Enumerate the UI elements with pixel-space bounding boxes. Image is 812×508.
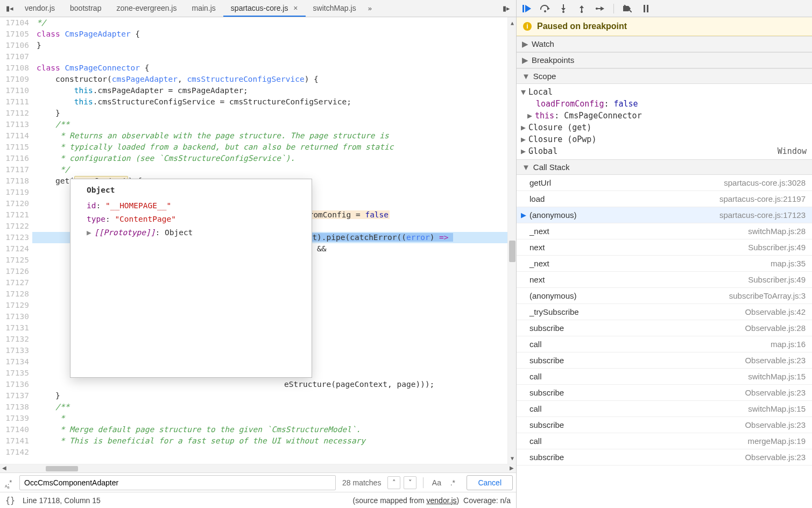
line-number[interactable]: 17138 [0,401,29,413]
line-number[interactable]: 17131 [0,322,29,334]
step-out-icon[interactable] [577,4,587,13]
callstack-row[interactable]: loadspartacus-core.js:21197 [517,191,812,207]
callstack-row[interactable]: subscribeObservable.js:23 [517,352,812,369]
line-number[interactable]: 17119 [0,187,29,198]
callstack-row[interactable]: (anonymous)subscribeToArray.js:3 [517,288,812,304]
line-number[interactable]: 17139 [0,413,29,424]
callstack-row[interactable]: nextSubscriber.js:49 [517,272,812,288]
cancel-button[interactable]: Cancel [467,475,513,490]
line-number[interactable]: 17128 [0,288,29,300]
vertical-scrollbar[interactable]: ▲ ▼ [507,17,516,464]
step-icon[interactable] [595,4,605,13]
line-number[interactable]: 17104 [0,17,29,29]
line-number[interactable]: 17118 [0,175,29,187]
line-number[interactable]: 17110 [0,85,29,96]
close-icon[interactable]: × [293,4,298,12]
section-breakpoints[interactable]: ▶Breakpoints [517,52,812,68]
tab-vendor[interactable]: vendor.js [17,1,62,17]
line-number[interactable]: 17141 [0,435,29,447]
scope-closure[interactable]: ▶Closure (oPwp) [517,133,812,145]
line-number[interactable]: 17136 [0,379,29,390]
scroll-right-icon[interactable]: ▶ [507,465,516,471]
tabs-overflow-icon[interactable]: » [364,1,376,16]
line-number[interactable]: 17105 [0,29,29,40]
line-number[interactable]: 17130 [0,311,29,322]
line-number[interactable]: 17111 [0,96,29,108]
search-input[interactable] [19,475,336,490]
regex-icon[interactable]: .* [446,478,459,487]
line-number[interactable]: 17120 [0,198,29,209]
line-number[interactable]: 17107 [0,51,29,62]
deactivate-breakpoints-icon[interactable] [623,4,632,13]
line-number[interactable]: 17106 [0,40,29,51]
line-number[interactable]: 17108 [0,62,29,74]
scope-closure[interactable]: ▶Closure (get) [517,122,812,133]
scroll-thumb[interactable] [46,466,78,471]
line-number[interactable]: 17129 [0,300,29,311]
prev-match-button[interactable]: ˄ [387,476,400,489]
section-scope[interactable]: ▼Scope [517,68,812,84]
callstack-row[interactable]: _nextmap.js:35 [517,256,812,272]
value-tooltip[interactable]: Object id: "__HOMEPAGE__" type: "Content… [70,179,312,378]
scroll-up-icon[interactable]: ▲ [508,17,516,29]
line-number[interactable]: 17116 [0,153,29,164]
callstack-row[interactable]: subscribeObservable.js:23 [517,449,812,465]
line-number[interactable]: 17142 [0,447,29,458]
callstack-row[interactable]: getUrlspartacus-core.js:3028 [517,175,812,191]
step-over-icon[interactable] [540,4,550,13]
line-number[interactable]: 17132 [0,334,29,345]
line-number[interactable]: 17122 [0,221,29,232]
line-number[interactable]: 17134 [0,356,29,368]
scope-local[interactable]: ▼Local [517,86,812,98]
callstack-row[interactable]: ▶(anonymous)spartacus-core.js:17123 [517,207,812,223]
line-number[interactable]: 17115 [0,142,29,153]
callstack-row[interactable]: callswitchMap.js:15 [517,369,812,385]
line-number[interactable]: 17114 [0,130,29,142]
step-into-icon[interactable] [559,4,568,13]
callstack-row[interactable]: callmergeMap.js:19 [517,433,812,449]
callstack-row[interactable]: subscribeObservable.js:23 [517,417,812,433]
mapped-link[interactable]: vendor.js [427,496,457,505]
tab-zone[interactable]: zone-evergreen.js [109,1,184,17]
tab-spartacus-core[interactable]: spartacus-core.js × [223,1,306,17]
scroll-left-icon[interactable]: ◀ [0,465,9,471]
line-number[interactable]: 17125 [0,255,29,266]
code-editor[interactable]: 1710417105171061710717108171091711017111… [0,17,516,464]
scope-var[interactable]: loadFromConfig: false [517,98,812,110]
line-number[interactable]: 17140 [0,424,29,435]
scroll-down-icon[interactable]: ▼ [508,453,516,464]
callstack-row[interactable]: subscribeObservable.js:28 [517,320,812,336]
pause-exceptions-icon[interactable] [641,4,651,13]
line-number[interactable]: 17126 [0,266,29,277]
tab-main[interactable]: main.js [184,1,223,17]
tab-bootstrap[interactable]: bootstrap [62,1,109,17]
line-number[interactable]: 17117 [0,164,29,175]
section-watch[interactable]: ▶Watch [517,36,812,52]
regex-search-icon[interactable]: .*AB [3,478,16,486]
line-number[interactable]: 17113 [0,119,29,130]
line-number[interactable]: 17121 [0,209,29,221]
line-number[interactable]: 17112 [0,108,29,119]
scroll-thumb[interactable] [509,241,516,262]
scope-this[interactable]: ▶this: CmsPageConnector [517,110,812,122]
section-callstack[interactable]: ▼Call Stack [517,159,812,175]
line-number[interactable]: 17133 [0,345,29,356]
scope-global[interactable]: ▶GlobalWindow [517,145,812,157]
next-match-button[interactable]: ˅ [404,476,416,489]
callstack-row[interactable]: _trySubscribeObservable.js:42 [517,304,812,320]
resume-icon[interactable] [522,4,532,13]
line-number[interactable]: 17109 [0,74,29,85]
callstack-row[interactable]: subscribeObservable.js:23 [517,385,812,401]
line-number[interactable]: 17135 [0,368,29,379]
sidebar-toggle-icon[interactable]: ▮◂ [2,4,17,12]
callstack-row[interactable]: callmap.js:16 [517,336,812,352]
tab-switchmap[interactable]: switchMap.js [306,1,364,17]
callstack-row[interactable]: nextSubscriber.js:49 [517,239,812,256]
horizontal-scrollbar[interactable]: ◀ ▶ [0,464,516,472]
more-tabs-icon[interactable]: ▮▸ [499,4,514,12]
line-number[interactable]: 17127 [0,277,29,288]
case-sensitive-icon[interactable]: Aa [430,478,443,487]
line-number[interactable]: 17137 [0,390,29,401]
line-number[interactable]: 17123 [0,232,29,243]
pretty-print-icon[interactable]: {} [5,496,15,505]
